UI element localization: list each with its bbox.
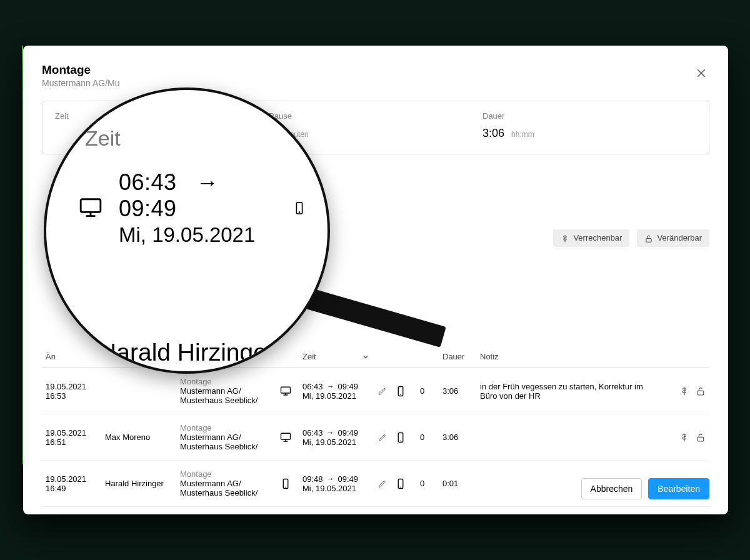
table-row[interactable]: 19.05.202116:51Max MorenoMontageMusterma… [42, 414, 709, 461]
cell-edit-icon[interactable] [374, 414, 391, 461]
mag-date: Mi, 19.05.2021 [119, 223, 275, 247]
cell-project: MontageMustermann AG/Musterhaus Seeblick… [176, 414, 276, 461]
cell-edit-icon[interactable] [374, 461, 391, 507]
badge-billable-label: Verrechenbar [573, 233, 622, 242]
cell-user: Max Moreno [101, 414, 176, 461]
cell-pause: 0 [416, 368, 439, 414]
cell-end-device [391, 414, 416, 461]
cell-project: MontageMustermann AG/Musterhaus Seeblick… [176, 461, 276, 507]
cell-note: in der Früh vegessen zu starten, Korrekt… [476, 368, 666, 414]
dauer-unit: hh:mm [511, 130, 534, 139]
cell-user [101, 368, 176, 414]
phone-icon [292, 196, 306, 220]
mag-time-from: 06:43 [119, 169, 177, 195]
cell-duration: 3:06 [439, 368, 476, 414]
col-dauer[interactable]: Dauer [439, 347, 476, 368]
stage: Montage Mustermann AG/Mu Zeit Pause 0 Mi… [0, 0, 750, 560]
col-changed[interactable]: Än [42, 347, 101, 368]
cell-duration: 3:06 [439, 414, 476, 461]
edit-button[interactable]: Bearbeiten [648, 478, 709, 499]
cell-end-device [391, 461, 416, 507]
mag-zeit-label: Zeit [85, 126, 306, 151]
cell-flags [666, 368, 709, 414]
cell-project: MontageMustermann AG/Musterhaus Seeblick… [176, 368, 276, 414]
dialog-title: Montage [42, 63, 120, 77]
cell-zeit: 06:43→09:49Mi, 19.05.2021 [299, 368, 374, 414]
cell-flags [666, 414, 709, 461]
col-zeit-label: Zeit [302, 352, 316, 361]
cell-edit-icon[interactable] [374, 368, 391, 414]
table-row[interactable]: 19.05.202116:53MontageMustermann AG/Must… [42, 368, 709, 414]
cell-note [476, 414, 666, 461]
dialog-subtitle: Mustermann AG/Mu [42, 78, 120, 88]
close-button[interactable] [693, 63, 709, 81]
badge-editable: Veränderbar [637, 229, 709, 247]
dauer-label: Dauer [482, 111, 696, 121]
magnifier-lens: Zeit 06:43 → 09:49 Mi, 19.05.2021 [44, 88, 330, 374]
cell-pause: 0 [416, 461, 439, 507]
pause-label: Pause [269, 111, 482, 121]
cell-duration: 0:01 [439, 461, 476, 507]
mag-time-to: 09:49 [119, 196, 177, 221]
desktop-icon [75, 196, 106, 220]
cell-start-device [276, 368, 299, 414]
close-icon [696, 65, 707, 79]
col-notiz[interactable]: Notiz [476, 347, 666, 368]
cell-timestamp: 19.05.202116:51 [42, 414, 101, 461]
cell-zeit: 09:48→09:49Mi, 19.05.2021 [299, 461, 374, 507]
col-zeit[interactable]: Zeit [299, 347, 374, 368]
cell-start-device [276, 461, 299, 507]
unlock-icon [644, 233, 653, 243]
dollar-icon [561, 233, 569, 243]
cell-start-device [276, 414, 299, 461]
cell-pause: 0 [416, 414, 439, 461]
cell-user: Harald Hirzinger [101, 461, 176, 507]
badge-billable: Verrechenbar [553, 229, 629, 247]
dauer-value: 3:06 [482, 127, 504, 139]
badge-editable-label: Veränderbar [657, 233, 702, 242]
chevron-down-icon [361, 352, 370, 362]
cancel-button[interactable]: Abbrechen [581, 478, 642, 499]
cell-zeit: 06:43→09:49Mi, 19.05.2021 [299, 414, 374, 461]
cell-end-device [391, 368, 416, 414]
cell-timestamp: 19.05.202116:53 [42, 368, 101, 414]
cell-timestamp: 19.05.202116:49 [42, 461, 101, 507]
